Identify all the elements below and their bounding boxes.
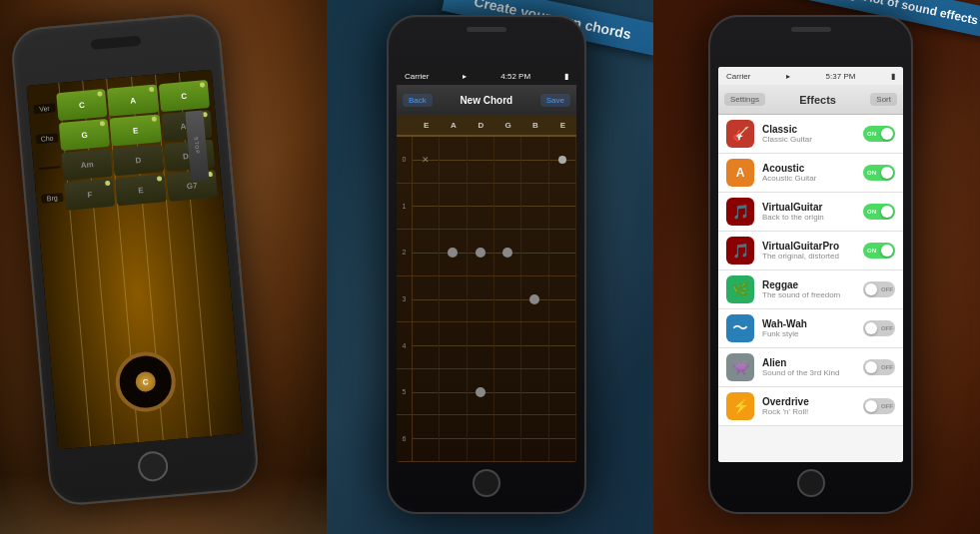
effect-desc-overdrive: Rock 'n' Roll!	[762, 407, 855, 416]
fret-cell-0-4[interactable]	[521, 137, 548, 183]
effect-desc-classic: Classic Guitar	[762, 135, 855, 144]
fret-cells-4	[413, 322, 576, 368]
navbar-title: New Chord	[460, 95, 512, 106]
effect-overdrive[interactable]: ⚡ Overdrive Rock 'n' Roll! OFF	[718, 387, 903, 426]
effect-name-wahwah: Wah-Wah	[762, 318, 855, 329]
fret-row-4: 4	[397, 322, 576, 369]
save-button[interactable]: Save	[540, 94, 570, 107]
fretboard[interactable]: E A D G B E 0 ✕	[397, 115, 576, 462]
chord-btn-E2[interactable]: E	[115, 174, 167, 206]
fret-cell-0-2[interactable]	[468, 137, 494, 183]
effect-virtual-guitar[interactable]: 🎵 VirtualGuitar Back to the origin ON	[718, 193, 903, 232]
fret-row-6: 6	[397, 415, 576, 462]
fret-cell-5-5[interactable]	[549, 369, 576, 415]
fret-cell-2-5[interactable]	[549, 230, 576, 275]
fret-cell-5-0[interactable]	[413, 369, 440, 415]
fret-cell-6-5[interactable]	[549, 415, 576, 461]
effect-reggae[interactable]: 🌿 Reggae The sound of freedom OFF	[718, 270, 903, 309]
fret-cells-6	[413, 415, 576, 461]
fret-cell-5-1[interactable]	[440, 369, 467, 415]
phone2: Carrier ▸ 4:52 PM ▮ Back New Chord Save …	[387, 15, 586, 514]
fret-cell-4-3[interactable]	[494, 322, 521, 368]
fret-cell-3-4[interactable]	[521, 276, 548, 322]
fret-cell-6-4[interactable]	[521, 415, 548, 461]
chord-btn-C1[interactable]: C	[56, 89, 108, 121]
fret-cell-3-3[interactable]	[494, 276, 521, 322]
effect-classic[interactable]: 🎸 Classic Classic Guitar ON	[718, 115, 903, 154]
fret-cell-0-3[interactable]	[494, 137, 521, 183]
toggle-classic[interactable]: ON	[863, 126, 895, 142]
phone3-home-button[interactable]	[797, 469, 825, 497]
fret-cell-4-1[interactable]	[440, 322, 467, 368]
effect-alien[interactable]: 👾 Alien Sound of the 3rd Kind OFF	[718, 348, 903, 387]
phone1-home-button[interactable]	[137, 450, 170, 483]
toggle-acoustic[interactable]: ON	[863, 165, 895, 181]
fret-cell-4-0[interactable]	[413, 322, 440, 368]
fret-cell-1-3[interactable]	[494, 184, 521, 230]
fret-num-5: 5	[397, 369, 413, 415]
toggle-overdrive[interactable]: OFF	[863, 398, 895, 414]
toggle-alien[interactable]: OFF	[863, 359, 895, 375]
fret-cell-6-1[interactable]	[440, 415, 467, 461]
sort-button[interactable]: Sort	[870, 93, 897, 106]
effect-virtual-guitar-pro[interactable]: 🎵 VirtualGuitarPro The original, distort…	[718, 232, 903, 270]
fret-cell-2-0[interactable]	[413, 230, 440, 275]
status-battery-3: ▮	[891, 72, 895, 81]
chord-btn-Am2[interactable]: Am	[61, 149, 113, 181]
chord-btn-C2[interactable]: C	[158, 80, 210, 112]
chord-dot	[98, 91, 103, 96]
chord-btn-G[interactable]: G	[59, 119, 111, 151]
fret-cell-4-2[interactable]	[468, 322, 494, 368]
phone1-screen: Ver C A C	[26, 70, 243, 450]
status-time-3: 5:37 PM	[826, 72, 856, 81]
chord-btn-A[interactable]: A	[107, 84, 159, 116]
status-time-2: 4:52 PM	[500, 72, 530, 81]
chord-btn-F[interactable]: F	[64, 179, 116, 211]
toggle-reggae[interactable]: OFF	[863, 281, 895, 297]
fret-cell-5-2[interactable]	[468, 369, 494, 415]
effect-icon-acoustic: A	[726, 159, 754, 187]
fret-cell-3-0[interactable]	[413, 276, 440, 322]
fret-cell-3-2[interactable]	[468, 276, 494, 322]
toggle-label-acoustic: ON	[867, 170, 876, 176]
fret-cell-1-0[interactable]	[413, 184, 440, 230]
phone2-home-button[interactable]	[473, 469, 500, 497]
toggle-knob-alien	[865, 361, 877, 373]
toggle-vg[interactable]: ON	[863, 204, 895, 220]
phone1: Ver C A C	[9, 12, 260, 507]
fret-cell-1-2[interactable]	[468, 184, 494, 230]
fret-cell-5-4[interactable]	[521, 369, 548, 415]
fret-cell-1-4[interactable]	[521, 184, 548, 230]
toggle-label-vg: ON	[867, 209, 876, 215]
fret-cell-2-1[interactable]	[440, 230, 467, 275]
fret-cell-2-3[interactable]	[494, 230, 521, 275]
fret-cell-6-3[interactable]	[494, 415, 521, 461]
fret-cell-2-2[interactable]	[468, 230, 494, 275]
effects-title: Effects	[799, 94, 836, 106]
chord-btn-E[interactable]: E	[110, 114, 162, 146]
effect-info-vg: VirtualGuitar Back to the origin	[762, 202, 855, 222]
chord-dot	[200, 82, 205, 87]
effect-wah-wah[interactable]: 〜 Wah-Wah Funk style OFF	[718, 309, 903, 348]
fret-cell-1-1[interactable]	[440, 184, 467, 230]
fret-cell-1-5[interactable]	[549, 184, 576, 230]
fret-cell-6-0[interactable]	[413, 415, 440, 461]
string-A: A	[440, 115, 467, 135]
fret-cell-5-3[interactable]	[494, 369, 521, 415]
toggle-wahwah[interactable]: OFF	[863, 320, 895, 336]
fret-cell-3-5[interactable]	[549, 276, 576, 322]
effect-icon-overdrive: ⚡	[726, 392, 754, 420]
fret-cell-4-4[interactable]	[521, 322, 548, 368]
back-button[interactable]: Back	[403, 94, 433, 107]
fret-cell-0-1[interactable]	[440, 137, 467, 183]
fret-cell-6-2[interactable]	[468, 415, 494, 461]
settings-button[interactable]: Settings	[724, 93, 765, 106]
fret-cell-2-4[interactable]	[521, 230, 548, 275]
fret-cell-4-5[interactable]	[549, 322, 576, 368]
fret-cell-0-5[interactable]	[549, 137, 576, 183]
effect-acoustic[interactable]: A Acoustic Acoustic Guitar ON	[718, 154, 903, 193]
chord-btn-D[interactable]: D	[113, 144, 165, 176]
toggle-vgp[interactable]: ON	[863, 243, 895, 259]
fret-cell-3-1[interactable]	[440, 276, 467, 322]
fret-cell-0-0[interactable]: ✕	[413, 137, 440, 183]
